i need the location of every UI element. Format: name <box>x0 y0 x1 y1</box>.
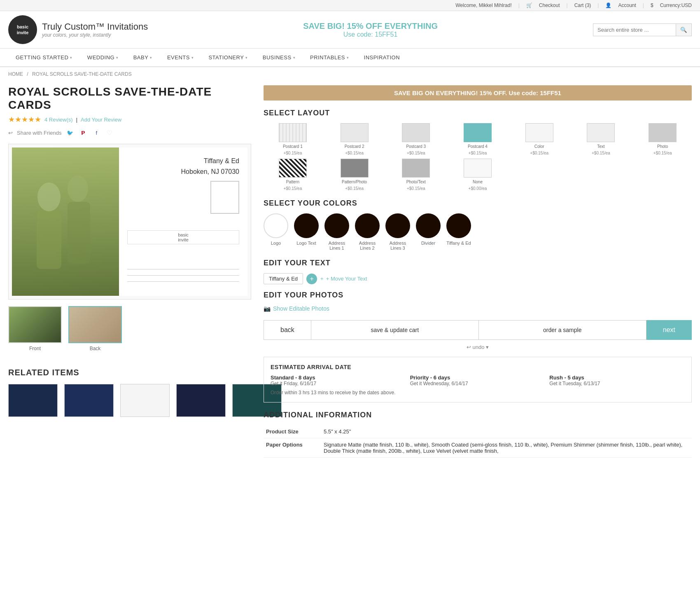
svg-rect-3 <box>68 202 90 264</box>
layout-text[interactable]: Text +$0.15/ea <box>572 123 630 155</box>
pinterest-icon[interactable]: 𝗣 <box>79 128 88 137</box>
nav-getting-started[interactable]: GETTING STARTED ▾ <box>8 49 80 66</box>
promo-code-text: Use code: 15FF51 <box>148 31 593 38</box>
order-sample-button[interactable]: order a sample <box>479 320 646 340</box>
list-item[interactable] <box>8 384 58 417</box>
share-icon: ↩ <box>8 130 13 136</box>
main-content: ROYAL SCROLLS SAVE-THE-DATE CARDS ★★★★★ … <box>0 81 700 470</box>
share-label: Share with Friends <box>17 130 61 136</box>
related-img-3[interactable] <box>120 384 170 417</box>
edit-photos-section: EDIT YOUR PHOTOS 📷 Show Editable Photos <box>264 291 692 312</box>
arrival-grid: Standard - 8 days Get it Friday, 6/16/17… <box>271 374 685 386</box>
related-img-4[interactable] <box>176 384 226 417</box>
color-divider[interactable]: Divider <box>416 213 441 250</box>
layout-pattern[interactable]: Pattern +$0.15/ea <box>264 159 322 191</box>
thumb-front-img[interactable] <box>8 306 62 343</box>
list-item[interactable] <box>176 384 226 417</box>
review-info: ★★★★★ 4 Review(s) | Add Your Review <box>8 115 251 124</box>
brand-name: Truly Custom™ Invitations <box>42 21 148 32</box>
add-review-link[interactable]: Add Your Review <box>81 117 121 123</box>
nav-inspiration[interactable]: INSPIRATION <box>357 49 408 66</box>
breadcrumb-home[interactable]: HOME <box>8 71 23 77</box>
back-button[interactable]: back <box>264 320 311 340</box>
next-button[interactable]: next <box>646 320 692 340</box>
list-item[interactable] <box>120 384 170 417</box>
color-address-lines-3[interactable]: AddressLines 3 <box>385 213 410 250</box>
arrival-title: ESTIMATED ARRIVAL DATE <box>271 364 685 370</box>
color-logo[interactable]: Logo <box>264 213 288 250</box>
table-row: Product Size 5.5" x 4.25" <box>264 425 692 438</box>
thumb-back-img[interactable] <box>68 306 122 343</box>
card-inner: Tiffany & Ed Hoboken, NJ 07030 basicinvi… <box>12 147 247 296</box>
color-logo-text[interactable]: Logo Text <box>294 213 319 250</box>
logo-circle[interactable]: basic invite <box>8 15 37 44</box>
search-button[interactable]: 🔍 <box>676 23 692 36</box>
color-address-lines-2[interactable]: AddressLines 2 <box>355 213 380 250</box>
facebook-icon[interactable]: f <box>92 128 101 137</box>
checkout-link[interactable]: Checkout <box>539 2 560 8</box>
left-column: ROYAL SCROLLS SAVE-THE-DATE CARDS ★★★★★ … <box>8 85 251 458</box>
save-update-cart-button[interactable]: save & update cart <box>311 320 479 340</box>
layout-postcard2[interactable]: Postcard 2 +$0.15/ea <box>325 123 384 155</box>
show-photos-link[interactable]: 📷 Show Editable Photos <box>264 305 692 312</box>
text-tag[interactable]: Tiffany & Ed <box>264 273 303 284</box>
layout-phototext[interactable]: Photo/Text +$0.15/ea <box>387 159 445 191</box>
thumb-back[interactable]: Back <box>68 306 122 351</box>
layout-none[interactable]: None +$0.00/ea <box>448 159 507 191</box>
share-row: ↩ Share with Friends 🐦 𝗣 f ♡ <box>8 128 251 137</box>
layout-postcard3[interactable]: Postcard 3 +$0.15/ea <box>387 123 445 155</box>
related-img-2[interactable] <box>64 384 114 417</box>
arrival-box: ESTIMATED ARRIVAL DATE Standard - 8 days… <box>264 357 692 402</box>
layouts-grid: Postcard 1 +$0.15/ea Postcard 2 +$0.15/e… <box>264 123 692 191</box>
card-lines <box>127 269 239 288</box>
logo-area: basic invite Truly Custom™ Invitations y… <box>8 15 148 44</box>
chevron-down-icon: ▾ <box>150 56 152 60</box>
chevron-down-icon: ▾ <box>293 56 296 60</box>
layout-postcard4[interactable]: Postcard 4 +$0.15/ea <box>448 123 507 155</box>
promo-main-text: SAVE BIG! 15% OFF EVERYTHING <box>148 21 593 31</box>
arrival-note: Order within 3 hrs 13 mins to receive by… <box>271 390 685 395</box>
nav-wedding[interactable]: WEDDING ▾ <box>80 49 126 66</box>
chevron-down-icon: ▾ <box>116 56 119 60</box>
review-count-link[interactable]: 4 Review(s) <box>44 117 73 123</box>
card-logo-small: basicinvite <box>127 230 239 244</box>
search-input[interactable] <box>593 23 676 36</box>
svg-rect-2 <box>37 211 61 269</box>
card-stamp-box <box>210 181 239 214</box>
star-rating: ★★★★★ <box>8 115 41 124</box>
tagline: your colors, your style, instantly <box>42 32 148 38</box>
move-text-link[interactable]: + + Move Your Text <box>320 276 367 282</box>
edit-photos-title: EDIT YOUR PHOTOS <box>264 291 692 300</box>
layout-photo[interactable]: Photo +$0.15/ea <box>633 123 692 155</box>
heart-icon[interactable]: ♡ <box>105 128 114 137</box>
related-section-left: RELATED ITEMS <box>8 360 251 417</box>
layout-color[interactable]: Color +$0.15/ea <box>510 123 569 155</box>
chevron-down-icon: ▾ <box>486 344 489 350</box>
thumb-front[interactable]: Front <box>8 306 62 351</box>
currency-link[interactable]: Currency:USD <box>660 2 692 8</box>
product-size-value: 5.5" x 4.25" <box>321 425 692 438</box>
arrival-priority: Priority - 6 days Get it Wednesday, 6/14… <box>410 374 546 386</box>
chevron-down-icon: ▾ <box>245 56 248 60</box>
add-text-button[interactable]: + <box>306 274 317 284</box>
breadcrumb: HOME / ROYAL SCROLLS SAVE-THE-DATE CARDS <box>0 67 700 81</box>
undo-link[interactable]: ↩ undo ▾ <box>467 344 489 350</box>
nav-baby[interactable]: BABY ▾ <box>126 49 160 66</box>
nav-printables[interactable]: PRINTABLES ▾ <box>303 49 356 66</box>
related-img-1[interactable] <box>8 384 58 417</box>
currency-icon: $ <box>651 2 653 8</box>
color-tiffany-ed[interactable]: Tiffany & Ed <box>446 213 471 250</box>
layout-postcard1[interactable]: Postcard 1 +$0.15/ea <box>264 123 322 155</box>
nav-stationery[interactable]: STATIONERY ▾ <box>201 49 255 66</box>
twitter-icon[interactable]: 🐦 <box>65 128 75 137</box>
account-link[interactable]: Account <box>618 2 636 8</box>
promo-center: SAVE BIG! 15% OFF EVERYTHING Use code: 1… <box>148 21 593 38</box>
nav-business[interactable]: BUSINESS ▾ <box>255 49 303 66</box>
nav-events[interactable]: EVENTS ▾ <box>160 49 201 66</box>
color-address-lines-1[interactable]: AddressLines 1 <box>324 213 349 250</box>
card-preview: Tiffany & Ed Hoboken, NJ 07030 basicinvi… <box>8 144 251 300</box>
list-item[interactable] <box>64 384 114 417</box>
product-title: ROYAL SCROLLS SAVE-THE-DATE CARDS <box>8 85 251 112</box>
cart-link[interactable]: Cart (3) <box>574 2 591 8</box>
layout-patternphoto[interactable]: Pattern/Photo +$0.15/ea <box>325 159 384 191</box>
